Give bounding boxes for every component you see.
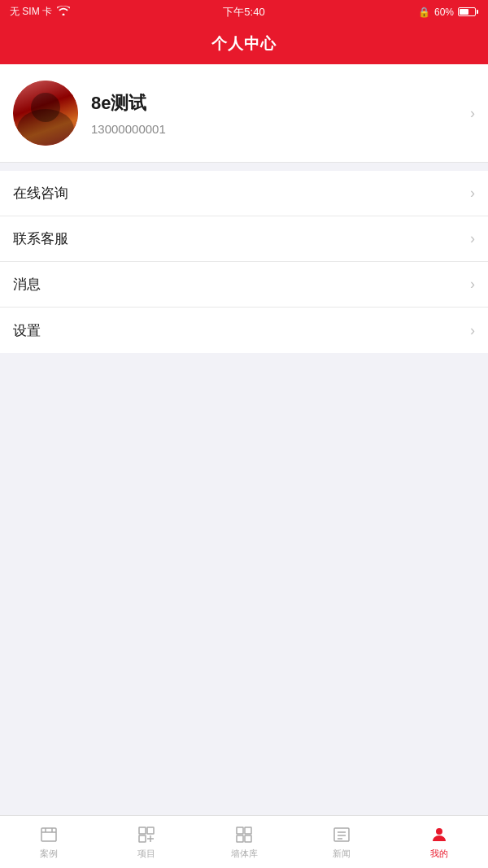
svg-rect-12 (245, 835, 251, 842)
profile-info: 8e测试 13000000001 (91, 91, 166, 136)
news-icon (332, 825, 351, 844)
tab-news-label: 新闻 (333, 848, 351, 860)
menu-chevron-messages: › (470, 276, 475, 293)
menu-item-label-messages: 消息 (13, 275, 41, 294)
carrier-text: 无 SIM 卡 (10, 5, 52, 19)
wall-library-icon (234, 825, 254, 844)
menu-item-label-settings: 设置 (13, 321, 41, 340)
separator-1 (0, 163, 488, 171)
status-time: 下午5:40 (223, 5, 264, 20)
svg-rect-11 (237, 835, 243, 842)
content-area (0, 353, 488, 731)
tab-wall-library[interactable]: 墙体库 (195, 816, 293, 868)
tab-cases[interactable]: 案例 (0, 816, 98, 868)
tab-projects[interactable]: 项目 (98, 816, 195, 868)
tab-projects-label: 项目 (137, 848, 155, 860)
menu-chevron-settings: › (470, 322, 475, 339)
menu-item-service[interactable]: 联系客服 › (0, 216, 488, 262)
tab-mine-label: 我的 (430, 848, 448, 860)
menu-item-consultation[interactable]: 在线咨询 › (0, 171, 488, 216)
menu-chevron-consultation: › (470, 185, 475, 202)
projects-icon (137, 825, 156, 844)
lock-icon: 🔒 (418, 7, 430, 18)
tab-bar: 案例 项目 墙体库 新闻 (0, 815, 488, 868)
svg-rect-9 (237, 827, 243, 834)
svg-rect-10 (245, 827, 251, 834)
page-header: 个人中心 (0, 24, 488, 64)
profile-left: 8e测试 13000000001 (13, 81, 166, 146)
menu-list: 在线咨询 › 联系客服 › 消息 › 设置 › (0, 171, 488, 353)
page-title: 个人中心 (211, 33, 277, 55)
tab-wall-library-label: 墙体库 (231, 848, 258, 860)
menu-item-label-consultation: 在线咨询 (13, 184, 68, 203)
svg-rect-4 (139, 827, 146, 834)
status-left: 无 SIM 卡 (10, 5, 70, 19)
mine-icon (429, 825, 449, 844)
tab-cases-label: 案例 (40, 848, 58, 860)
menu-item-label-service: 联系客服 (13, 229, 68, 248)
profile-section[interactable]: 8e测试 13000000001 › (0, 64, 488, 163)
menu-item-messages[interactable]: 消息 › (0, 262, 488, 308)
status-right: 🔒 60% (418, 7, 478, 18)
cases-icon (39, 825, 59, 844)
status-bar: 无 SIM 卡 下午5:40 🔒 60% (0, 0, 488, 24)
avatar (13, 81, 78, 146)
svg-rect-0 (41, 828, 56, 841)
menu-item-settings[interactable]: 设置 › (0, 308, 488, 353)
wifi-icon (57, 6, 70, 18)
tab-news[interactable]: 新闻 (293, 816, 390, 868)
profile-chevron: › (470, 105, 475, 122)
svg-rect-6 (139, 835, 146, 842)
battery-percent: 60% (434, 7, 454, 18)
svg-rect-5 (147, 827, 154, 834)
svg-point-17 (436, 828, 442, 835)
menu-chevron-service: › (470, 230, 475, 247)
profile-phone: 13000000001 (91, 122, 166, 136)
tab-mine[interactable]: 我的 (390, 816, 488, 868)
profile-name: 8e测试 (91, 91, 166, 116)
battery-icon (458, 7, 478, 16)
